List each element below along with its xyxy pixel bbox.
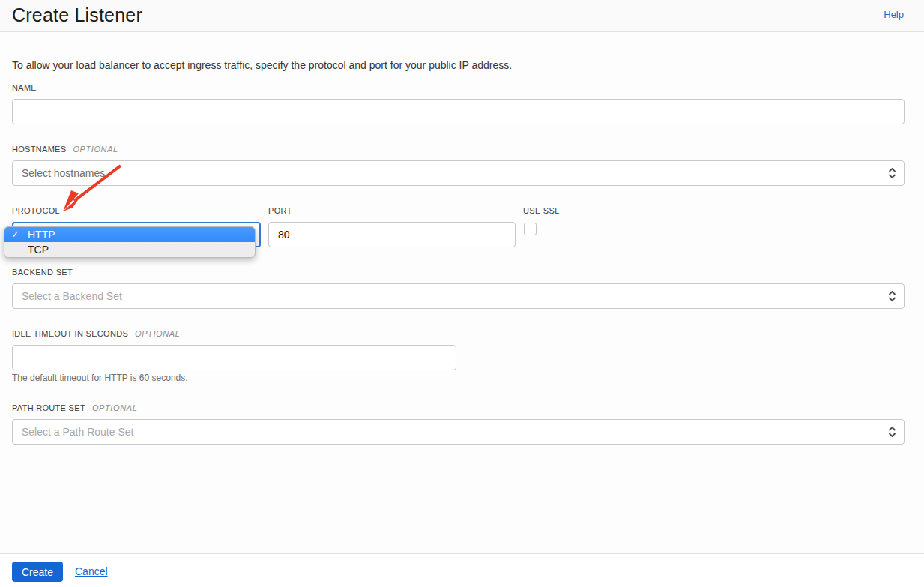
use-ssl-checkbox[interactable]	[524, 223, 537, 235]
page-header: Create Listener Help	[0, 0, 924, 32]
protocol-option-http[interactable]: ✓ HTTP	[4, 227, 255, 242]
port-input[interactable]	[268, 222, 516, 247]
idle-timeout-label: IDLE TIMEOUT IN SECONDSOPTIONAL	[12, 329, 180, 338]
hostnames-label: HOSTNAMESOPTIONAL	[12, 145, 118, 154]
updown-chevron-icon	[888, 290, 896, 302]
create-button[interactable]: Create	[12, 562, 63, 582]
updown-chevron-icon	[888, 426, 896, 438]
protocol-option-tcp[interactable]: TCP	[4, 242, 255, 257]
use-ssl-label: USE SSL	[523, 206, 560, 215]
path-route-set-optional-tag: OPTIONAL	[92, 403, 137, 412]
name-input[interactable]	[12, 99, 905, 124]
path-route-set-select-value: Select a Path Route Set	[22, 426, 133, 438]
protocol-dropdown-menu: ✓ HTTP TCP	[4, 226, 256, 258]
backend-set-select-value: Select a Backend Set	[22, 290, 122, 302]
backend-set-label: BACKEND SET	[12, 268, 73, 277]
hostnames-optional-tag: OPTIONAL	[73, 145, 118, 154]
intro-text: To allow your load balancer to accept in…	[12, 59, 512, 71]
page-title: Create Listener	[12, 4, 142, 26]
help-link[interactable]: Help	[884, 9, 904, 20]
idle-timeout-helper-text: The default timeout for HTTP is 60 secon…	[12, 373, 188, 383]
checkmark-icon: ✓	[11, 229, 19, 240]
backend-set-select[interactable]: Select a Backend Set	[12, 283, 905, 309]
idle-timeout-input[interactable]	[12, 345, 456, 370]
cancel-link[interactable]: Cancel	[75, 565, 108, 577]
name-label: NAME	[12, 83, 37, 92]
idle-timeout-optional-tag: OPTIONAL	[135, 329, 180, 338]
create-listener-page: Create Listener Help To allow your load …	[0, 0, 924, 587]
path-route-set-select[interactable]: Select a Path Route Set	[12, 419, 905, 445]
path-route-set-label: PATH ROUTE SETOPTIONAL	[12, 403, 137, 412]
updown-chevron-icon	[888, 167, 896, 179]
hostnames-select-value: Select hostnames	[22, 167, 105, 179]
hostnames-select[interactable]: Select hostnames	[12, 160, 905, 186]
port-label: PORT	[268, 206, 292, 215]
page-footer: Create Cancel	[0, 553, 924, 587]
protocol-label: PROTOCOL	[12, 206, 60, 215]
